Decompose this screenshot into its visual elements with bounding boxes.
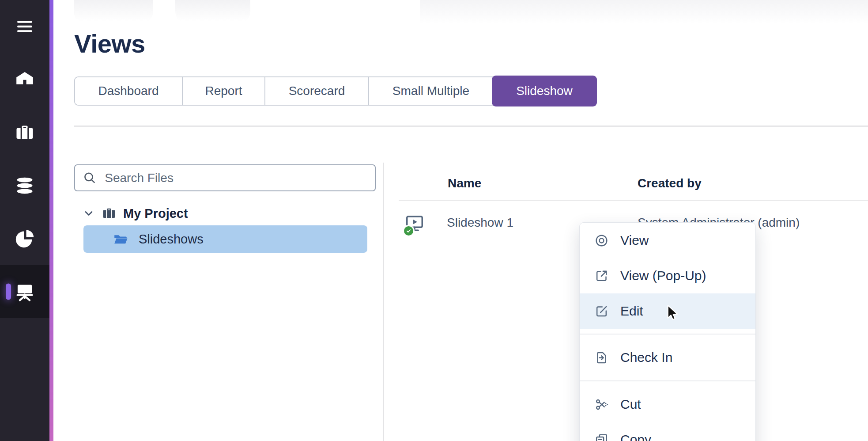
hamburger-icon: [16, 18, 34, 35]
tab-report[interactable]: Report: [182, 77, 264, 105]
menu-item-label: Check In: [620, 350, 672, 365]
edit-icon: [594, 304, 609, 319]
checked-in-badge-icon: [403, 225, 415, 237]
chevron-down-icon[interactable]: [83, 207, 95, 220]
copy-icon: [594, 433, 609, 441]
section-divider: [74, 125, 868, 127]
menu-item-label: Edit: [620, 304, 643, 319]
tree-node-label: Slideshows: [139, 232, 204, 247]
menu-item-check-in[interactable]: Check In: [580, 340, 755, 375]
pane-divider: [383, 163, 384, 441]
search-icon: [83, 171, 97, 186]
menu-item-view-popup[interactable]: View (Pop-Up): [580, 258, 755, 293]
search-input[interactable]: [104, 171, 367, 186]
check-in-icon: [594, 350, 609, 365]
app-window: Views Dashboard Report Scorecard Small M…: [0, 0, 868, 441]
table-header-divider: [399, 200, 868, 201]
sidebar-item-projects[interactable]: [0, 106, 49, 159]
cut-scissors-icon: [594, 397, 609, 412]
tree-node-my-project[interactable]: My Project: [83, 203, 188, 224]
tab-small-multiple[interactable]: Small Multiple: [368, 77, 493, 105]
context-menu: View View (Pop-Up) Edit: [579, 222, 756, 441]
menu-item-label: Cut: [620, 397, 641, 412]
top-shadow-decoration: [74, 0, 153, 24]
menu-group: Check In: [580, 335, 755, 380]
tree-node-label: My Project: [123, 206, 188, 221]
open-folder-icon: [113, 232, 128, 247]
pie-chart-icon: [15, 229, 34, 248]
menu-item-copy[interactable]: Copy: [580, 422, 755, 441]
top-shadow-decoration: [175, 0, 250, 24]
tab-scorecard[interactable]: Scorecard: [264, 77, 368, 105]
menu-item-view[interactable]: View: [580, 223, 755, 258]
slideshow-file-icon: [404, 213, 425, 233]
main-content: Views Dashboard Report Scorecard Small M…: [53, 0, 868, 441]
menu-item-cut[interactable]: Cut: [580, 387, 755, 422]
tree-node-slideshows-selected[interactable]: Slideshows: [83, 225, 367, 253]
top-shadow-decoration: [420, 0, 868, 26]
sidebar-item-slideshows[interactable]: [0, 265, 49, 318]
column-header-name: Name: [448, 176, 481, 190]
project-briefcase-icon: [102, 206, 116, 220]
sidebar-item-analytics[interactable]: [0, 212, 49, 265]
popup-external-icon: [594, 269, 609, 283]
database-icon: [15, 176, 34, 195]
sidebar-accent-strip: [49, 0, 53, 441]
view-eye-icon: [594, 233, 609, 248]
table-row-name[interactable]: Slideshow 1: [447, 216, 513, 230]
tab-slideshow[interactable]: Slideshow: [492, 76, 597, 106]
menu-group: Cut Copy: [580, 381, 755, 441]
tab-dashboard[interactable]: Dashboard: [75, 77, 182, 105]
sidebar: [0, 0, 49, 441]
sidebar-item-data[interactable]: [0, 159, 49, 212]
menu-spacer: [580, 329, 755, 334]
menu-item-label: View (Pop-Up): [620, 268, 706, 283]
sidebar-item-menu[interactable]: [0, 0, 49, 53]
home-icon: [15, 69, 35, 90]
easel-icon: [15, 282, 34, 301]
menu-item-edit[interactable]: Edit: [580, 293, 755, 329]
view-type-tabs: Dashboard Report Scorecard Small Multipl…: [74, 76, 597, 106]
briefcase-icon: [15, 123, 34, 142]
sidebar-item-home[interactable]: [0, 53, 49, 106]
active-indicator: [6, 284, 11, 300]
page-title: Views: [74, 28, 145, 60]
column-header-created-by: Created by: [638, 176, 702, 190]
menu-item-label: View: [620, 233, 649, 248]
menu-item-label: Copy: [620, 432, 651, 441]
file-search: [74, 164, 376, 191]
